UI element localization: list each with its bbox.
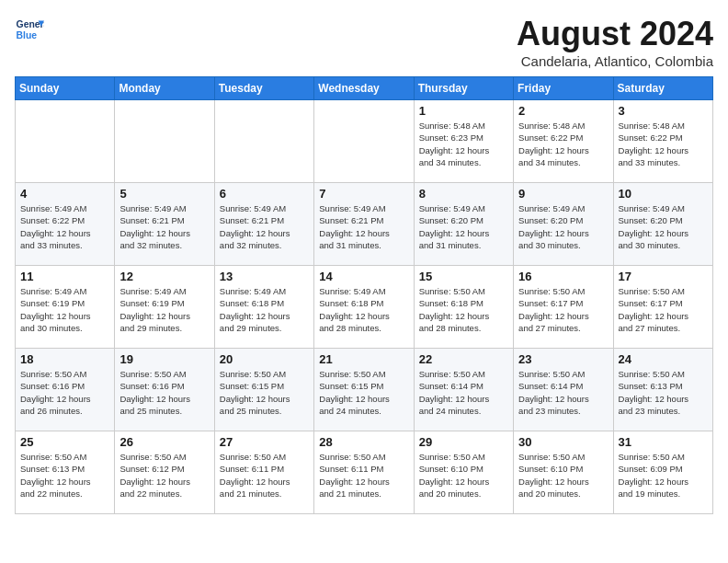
day-cell: 5Sunrise: 5:49 AM Sunset: 6:21 PM Daylig… [115,183,214,266]
day-number: 26 [119,435,209,449]
day-cell: 17Sunrise: 5:50 AM Sunset: 6:17 PM Dayli… [613,266,712,349]
weekday-saturday: Saturday [613,77,712,100]
day-cell: 19Sunrise: 5:50 AM Sunset: 6:16 PM Dayli… [115,349,214,431]
page-header: General Blue August 2024 Candelaria, Atl… [15,15,713,69]
title-block: August 2024 Candelaria, Atlantico, Colom… [517,15,713,69]
month-title: August 2024 [517,15,713,53]
svg-text:Blue: Blue [17,30,38,40]
weekday-sunday: Sunday [16,77,115,100]
day-info: Sunrise: 5:49 AM Sunset: 6:20 PM Dayligh… [419,202,508,251]
day-number: 9 [518,187,608,201]
day-info: Sunrise: 5:50 AM Sunset: 6:15 PM Dayligh… [319,368,408,417]
week-row-5: 25Sunrise: 5:50 AM Sunset: 6:13 PM Dayli… [16,431,713,514]
day-number: 14 [319,270,408,283]
day-cell [115,100,214,183]
day-info: Sunrise: 5:50 AM Sunset: 6:11 PM Dayligh… [319,451,408,500]
week-row-3: 11Sunrise: 5:49 AM Sunset: 6:19 PM Dayli… [16,266,713,349]
day-info: Sunrise: 5:50 AM Sunset: 6:14 PM Dayligh… [518,368,608,417]
day-cell: 10Sunrise: 5:49 AM Sunset: 6:20 PM Dayli… [613,183,712,266]
day-cell: 26Sunrise: 5:50 AM Sunset: 6:12 PM Dayli… [115,431,214,514]
day-info: Sunrise: 5:48 AM Sunset: 6:22 PM Dayligh… [518,120,608,168]
weekday-wednesday: Wednesday [314,77,414,100]
day-cell: 2Sunrise: 5:48 AM Sunset: 6:22 PM Daylig… [514,100,613,183]
day-info: Sunrise: 5:50 AM Sunset: 6:16 PM Dayligh… [119,368,209,417]
day-number: 21 [319,352,408,366]
day-info: Sunrise: 5:50 AM Sunset: 6:14 PM Dayligh… [419,368,508,417]
day-cell: 28Sunrise: 5:50 AM Sunset: 6:11 PM Dayli… [314,431,414,514]
day-number: 22 [419,352,508,366]
day-number: 25 [20,435,109,449]
day-info: Sunrise: 5:49 AM Sunset: 6:18 PM Dayligh… [319,285,408,334]
day-cell: 30Sunrise: 5:50 AM Sunset: 6:10 PM Dayli… [514,431,613,514]
calendar-body: 1Sunrise: 5:48 AM Sunset: 6:23 PM Daylig… [16,100,713,514]
day-number: 1 [419,104,508,118]
day-number: 15 [419,270,508,283]
day-cell [214,100,313,183]
day-cell: 21Sunrise: 5:50 AM Sunset: 6:15 PM Dayli… [314,349,414,431]
day-number: 18 [20,352,109,366]
weekday-thursday: Thursday [414,77,513,100]
weekday-friday: Friday [514,77,613,100]
weekday-header-row: SundayMondayTuesdayWednesdayThursdayFrid… [16,77,713,100]
day-info: Sunrise: 5:49 AM Sunset: 6:19 PM Dayligh… [119,285,209,334]
day-number: 28 [319,435,408,449]
location-subtitle: Candelaria, Atlantico, Colombia [517,53,713,69]
day-number: 5 [119,187,209,201]
day-info: Sunrise: 5:50 AM Sunset: 6:10 PM Dayligh… [419,451,508,500]
day-info: Sunrise: 5:50 AM Sunset: 6:10 PM Dayligh… [518,451,608,500]
day-number: 16 [518,270,608,283]
calendar-table: SundayMondayTuesdayWednesdayThursdayFrid… [15,76,713,514]
day-cell: 22Sunrise: 5:50 AM Sunset: 6:14 PM Dayli… [414,349,513,431]
day-info: Sunrise: 5:50 AM Sunset: 6:13 PM Dayligh… [619,368,708,417]
day-number: 23 [518,352,608,366]
day-number: 27 [220,435,309,449]
week-row-4: 18Sunrise: 5:50 AM Sunset: 6:16 PM Dayli… [16,349,713,431]
day-number: 7 [319,187,408,201]
day-info: Sunrise: 5:48 AM Sunset: 6:23 PM Dayligh… [419,120,508,168]
day-cell: 27Sunrise: 5:50 AM Sunset: 6:11 PM Dayli… [214,431,313,514]
day-cell: 3Sunrise: 5:48 AM Sunset: 6:22 PM Daylig… [613,100,712,183]
day-cell [16,100,115,183]
day-number: 11 [20,270,109,283]
day-cell: 20Sunrise: 5:50 AM Sunset: 6:15 PM Dayli… [214,349,313,431]
day-info: Sunrise: 5:49 AM Sunset: 6:20 PM Dayligh… [619,202,708,251]
day-info: Sunrise: 5:49 AM Sunset: 6:21 PM Dayligh… [220,202,309,251]
day-info: Sunrise: 5:50 AM Sunset: 6:16 PM Dayligh… [20,368,109,417]
day-cell: 14Sunrise: 5:49 AM Sunset: 6:18 PM Dayli… [314,266,414,349]
day-info: Sunrise: 5:48 AM Sunset: 6:22 PM Dayligh… [619,120,708,168]
day-number: 3 [619,104,708,118]
week-row-2: 4Sunrise: 5:49 AM Sunset: 6:22 PM Daylig… [16,183,713,266]
weekday-tuesday: Tuesday [214,77,313,100]
day-number: 12 [119,270,209,283]
day-cell: 6Sunrise: 5:49 AM Sunset: 6:21 PM Daylig… [214,183,313,266]
day-info: Sunrise: 5:50 AM Sunset: 6:17 PM Dayligh… [518,285,608,334]
day-cell: 31Sunrise: 5:50 AM Sunset: 6:09 PM Dayli… [613,431,712,514]
week-row-1: 1Sunrise: 5:48 AM Sunset: 6:23 PM Daylig… [16,100,713,183]
day-cell: 15Sunrise: 5:50 AM Sunset: 6:18 PM Dayli… [414,266,513,349]
day-cell: 24Sunrise: 5:50 AM Sunset: 6:13 PM Dayli… [613,349,712,431]
day-info: Sunrise: 5:50 AM Sunset: 6:18 PM Dayligh… [419,285,508,334]
day-cell: 23Sunrise: 5:50 AM Sunset: 6:14 PM Dayli… [514,349,613,431]
day-number: 2 [518,104,608,118]
day-cell: 18Sunrise: 5:50 AM Sunset: 6:16 PM Dayli… [16,349,115,431]
day-number: 24 [619,352,708,366]
day-info: Sunrise: 5:50 AM Sunset: 6:17 PM Dayligh… [619,285,708,334]
day-number: 20 [220,352,309,366]
day-cell: 16Sunrise: 5:50 AM Sunset: 6:17 PM Dayli… [514,266,613,349]
day-info: Sunrise: 5:49 AM Sunset: 6:22 PM Dayligh… [20,202,109,251]
day-number: 17 [619,270,708,283]
day-cell [314,100,414,183]
day-info: Sunrise: 5:49 AM Sunset: 6:21 PM Dayligh… [119,202,209,251]
day-number: 4 [20,187,109,201]
day-number: 13 [220,270,309,283]
day-info: Sunrise: 5:50 AM Sunset: 6:13 PM Dayligh… [20,451,109,500]
day-number: 6 [220,187,309,201]
day-cell: 4Sunrise: 5:49 AM Sunset: 6:22 PM Daylig… [16,183,115,266]
day-cell: 12Sunrise: 5:49 AM Sunset: 6:19 PM Dayli… [115,266,214,349]
day-number: 31 [619,435,708,449]
day-info: Sunrise: 5:49 AM Sunset: 6:18 PM Dayligh… [220,285,309,334]
day-info: Sunrise: 5:50 AM Sunset: 6:15 PM Dayligh… [220,368,309,417]
logo-icon: General Blue [15,15,44,44]
day-info: Sunrise: 5:49 AM Sunset: 6:21 PM Dayligh… [319,202,408,251]
day-number: 30 [518,435,608,449]
